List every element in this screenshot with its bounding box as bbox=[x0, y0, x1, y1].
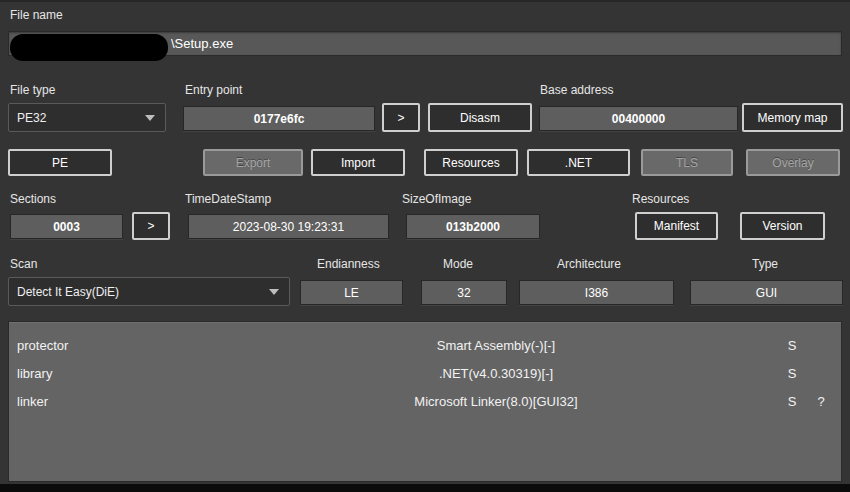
result-type: linker bbox=[15, 394, 215, 409]
result-s-button[interactable]: S bbox=[777, 338, 807, 353]
sizeofimage-field[interactable]: 013b2000 bbox=[406, 214, 540, 239]
redaction-overlay bbox=[10, 34, 168, 61]
mode-label: Mode bbox=[443, 257, 473, 271]
timedatestamp-label: TimeDateStamp bbox=[185, 192, 271, 206]
result-row-linker[interactable]: linker Microsoft Linker(8.0)[GUI32] S ? bbox=[9, 387, 841, 415]
result-detection: .NET(v4.0.30319)[-] bbox=[215, 366, 777, 381]
result-detection: Microsoft Linker(8.0)[GUI32] bbox=[215, 394, 777, 409]
tls-button: TLS bbox=[641, 149, 733, 176]
type-field[interactable]: GUI bbox=[690, 280, 843, 305]
chevron-down-icon bbox=[269, 289, 279, 295]
die-main-window: File name \Setup.exe File type Entry poi… bbox=[0, 0, 850, 492]
result-detection: Smart Assembly(-)[-] bbox=[215, 338, 777, 353]
result-s-button[interactable]: S bbox=[777, 366, 807, 381]
memory-map-button[interactable]: Memory map bbox=[742, 103, 843, 132]
window-bottom-edge bbox=[0, 484, 850, 492]
arrow-right-icon: > bbox=[397, 111, 404, 125]
chevron-down-icon bbox=[145, 115, 155, 121]
result-s-button[interactable]: S bbox=[777, 394, 807, 409]
disasm-button[interactable]: Disasm bbox=[428, 103, 532, 132]
arrow-right-icon: > bbox=[147, 219, 154, 233]
base-address-label: Base address bbox=[540, 83, 613, 97]
entry-point-label: Entry point bbox=[185, 83, 242, 97]
architecture-label: Architecture bbox=[557, 257, 621, 271]
version-button[interactable]: Version bbox=[740, 212, 825, 240]
sections-label: Sections bbox=[10, 192, 56, 206]
base-address-field[interactable]: 00400000 bbox=[539, 106, 738, 131]
scan-results-panel: protector Smart Assembly(-)[-] S library… bbox=[8, 321, 842, 482]
file-type-label: File type bbox=[10, 83, 55, 97]
endianness-label: Endianness bbox=[317, 257, 380, 271]
dotnet-button[interactable]: .NET bbox=[527, 149, 630, 176]
sections-goto-button[interactable]: > bbox=[132, 212, 170, 240]
entry-point-goto-button[interactable]: > bbox=[382, 103, 420, 132]
result-type: protector bbox=[15, 338, 215, 353]
manifest-button[interactable]: Manifest bbox=[635, 212, 718, 240]
scan-engine-dropdown[interactable]: Detect It Easy(DiE) bbox=[8, 277, 290, 306]
file-type-value: PE32 bbox=[17, 111, 46, 125]
pe-button[interactable]: PE bbox=[8, 149, 112, 176]
file-name-label: File name bbox=[10, 8, 63, 22]
resources-button[interactable]: Resources bbox=[424, 149, 518, 176]
scan-label: Scan bbox=[10, 257, 37, 271]
file-type-dropdown[interactable]: PE32 bbox=[8, 103, 166, 132]
result-row-protector[interactable]: protector Smart Assembly(-)[-] S bbox=[9, 331, 841, 359]
mode-field[interactable]: 32 bbox=[421, 280, 507, 305]
import-button[interactable]: Import bbox=[311, 149, 405, 176]
overlay-button: Overlay bbox=[746, 149, 840, 176]
type-label: Type bbox=[752, 257, 778, 271]
resources-group-label: Resources bbox=[632, 192, 689, 206]
endianness-field[interactable]: LE bbox=[300, 280, 403, 305]
result-row-library[interactable]: library .NET(v4.0.30319)[-] S bbox=[9, 359, 841, 387]
timedatestamp-field[interactable]: 2023-08-30 19:23:31 bbox=[188, 214, 389, 239]
sizeofimage-label: SizeOfImage bbox=[402, 192, 471, 206]
architecture-field[interactable]: I386 bbox=[519, 280, 674, 305]
file-name-value: \Setup.exe bbox=[171, 36, 233, 51]
result-type: library bbox=[15, 366, 215, 381]
export-button: Export bbox=[203, 149, 303, 176]
result-options-button[interactable]: ? bbox=[807, 394, 835, 409]
scan-engine-value: Detect It Easy(DiE) bbox=[17, 285, 119, 299]
entry-point-field[interactable]: 0177e6fc bbox=[183, 106, 375, 131]
sections-field[interactable]: 0003 bbox=[10, 214, 123, 239]
